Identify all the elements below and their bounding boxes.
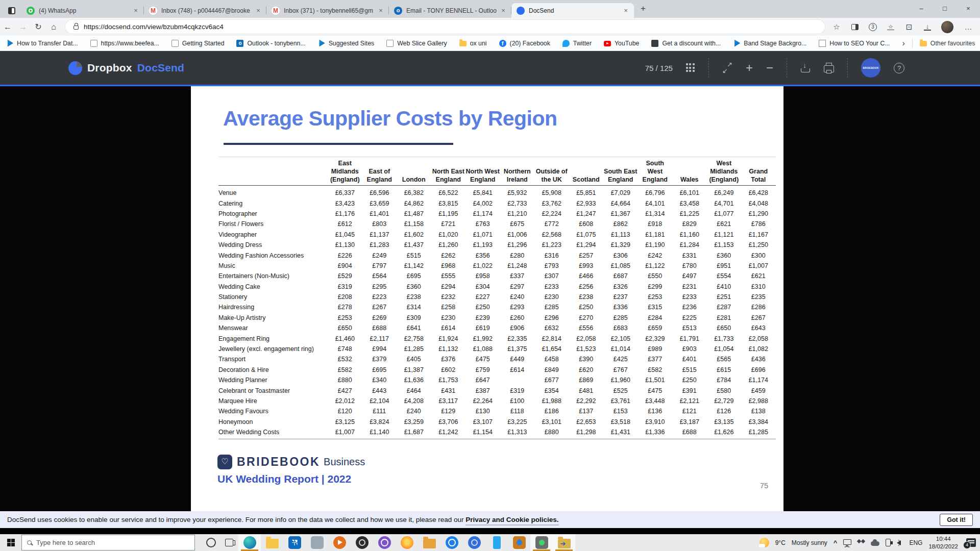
favorite-star-icon[interactable]: ☆	[832, 22, 841, 32]
bookmark-5[interactable]: Suggested Sites	[318, 40, 375, 47]
cortana-icon[interactable]	[206, 538, 216, 547]
column-header: East Midlands (England)	[328, 159, 362, 184]
table-cell: £641	[397, 324, 431, 332]
fullscreen-icon[interactable]	[722, 63, 732, 73]
collections-icon[interactable]: 3	[869, 23, 877, 31]
column-header: Scotland	[569, 176, 604, 184]
table-cell: £1,298	[569, 429, 604, 436]
taskbar-app-viber[interactable]	[373, 534, 396, 551]
display-tray-icon[interactable]	[843, 539, 851, 545]
taskbar-app-microsoft-store[interactable]	[283, 534, 306, 551]
tab-3[interactable]: Inbox (371) - tonybennell65@gm×	[266, 3, 389, 18]
table-cell: £2,105	[603, 335, 638, 342]
close-button[interactable]: ×	[957, 0, 980, 18]
tab-close-icon[interactable]: ×	[132, 7, 140, 15]
zoom-in-button[interactable]: +	[746, 63, 753, 73]
account-avatar[interactable]: BRIDEBOOK	[861, 58, 880, 78]
phone-tray-icon[interactable]	[886, 539, 891, 546]
taskbar-app-firefox[interactable]	[396, 534, 418, 551]
outlook-favicon	[394, 7, 402, 15]
bookmark-13[interactable]: How to SEO Your C...	[819, 40, 890, 47]
maximize-button[interactable]: □	[933, 0, 957, 18]
bookmark-8[interactable]: (20) Facebook	[499, 40, 550, 47]
taskbar-app-drop-app[interactable]	[508, 534, 530, 551]
clock[interactable]: 10:4418/02/2022	[928, 535, 958, 550]
show-hidden-icons[interactable]: ^	[834, 539, 838, 546]
bridebook-brand: ♡ BRIDEBOOK Business	[217, 455, 365, 469]
favorites-bar-icon[interactable]: ☆	[887, 24, 894, 30]
taskbar-app-phone-app[interactable]	[485, 534, 508, 551]
tab-5[interactable]: DocSend×	[511, 3, 634, 18]
other-favourites-button[interactable]: Other favourites	[920, 40, 975, 47]
forward-button[interactable]: →	[15, 22, 31, 32]
column-header: Northern Ireland	[500, 167, 535, 184]
bookmark-12[interactable]: Band Stage Backgro...	[733, 40, 806, 47]
split-screen-icon[interactable]	[851, 24, 859, 30]
bookmark-2[interactable]: https://www.beefea...	[90, 40, 159, 47]
taskbar-app-file-explorer[interactable]	[261, 534, 283, 551]
tab-close-icon[interactable]: ×	[499, 7, 507, 15]
back-button[interactable]: ←	[0, 22, 15, 32]
bookmark-1[interactable]: How to Transfer Dat...	[6, 40, 78, 47]
file-explorer-icon	[266, 539, 279, 548]
start-button[interactable]	[0, 534, 21, 551]
table-cell: £3,259	[397, 418, 431, 425]
taskbar-app-folder-transfer[interactable]	[553, 534, 575, 551]
taskbar-app-cloud-app[interactable]	[440, 534, 463, 551]
address-bar[interactable]: https://docsend.com/view/bzubm4cqkzcv6ac…	[65, 20, 825, 34]
bookmark-7[interactable]: ox uni	[459, 40, 487, 47]
taskbar-app-media-player[interactable]	[328, 534, 351, 551]
volume-icon[interactable]	[897, 540, 901, 545]
home-button[interactable]: ⌂	[46, 22, 61, 32]
bookmark-6[interactable]: Web Slice Gallery	[386, 40, 447, 47]
tab-close-icon[interactable]: ×	[254, 7, 262, 15]
zoom-out-button[interactable]: −	[766, 63, 773, 73]
download-icon[interactable]	[800, 63, 811, 73]
downloads-icon[interactable]: ↓	[924, 23, 931, 31]
table-cell: £3,423	[328, 200, 362, 207]
bookmark-4[interactable]: Outlook - tonybenn...	[236, 40, 305, 47]
thumbnail-grid-icon[interactable]	[686, 63, 695, 72]
bookmark-9[interactable]: Twitter	[562, 40, 592, 47]
table-cell: £1,167	[741, 231, 776, 238]
tab-close-icon[interactable]: ×	[377, 7, 385, 15]
tab-2[interactable]: Inbox (748) - p0044467@brooke×	[144, 3, 266, 18]
tab-1[interactable]: (4) WhatsApp×	[21, 3, 144, 18]
privacy-policies-link[interactable]: Privacy and Cookie policies.	[465, 516, 558, 525]
url-text[interactable]: https://docsend.com/view/bzubm4cqkzcv6ac…	[84, 23, 224, 31]
docsend-logo[interactable]: Dropbox DocSend	[68, 61, 184, 75]
tab-search-button[interactable]	[4, 4, 19, 18]
table-cell: £269	[362, 314, 397, 321]
bookmark-10[interactable]: YouTube	[604, 40, 639, 47]
got-it-button[interactable]: Got it!	[940, 514, 973, 526]
taskbar-search[interactable]: Type here to search	[21, 535, 195, 550]
notification-center-icon[interactable]	[966, 538, 976, 547]
taskbar-app-edge[interactable]	[238, 534, 261, 551]
onedrive-tray-icon[interactable]	[871, 541, 879, 546]
more-menu-icon[interactable]: …	[964, 22, 973, 31]
new-tab-button[interactable]: +	[636, 2, 650, 16]
extensions-icon[interactable]: ⊡	[904, 22, 914, 32]
weather-desc[interactable]: Mostly sunny	[792, 539, 827, 546]
bookmark-11[interactable]: Get a discount with...	[651, 40, 721, 47]
table-cell: £458	[534, 356, 569, 363]
taskbar-app-user-wizard[interactable]	[306, 534, 328, 551]
print-icon[interactable]	[824, 65, 834, 72]
language-indicator[interactable]: ENG	[909, 539, 922, 546]
weather-icon[interactable]	[760, 538, 769, 547]
taskbar-app-folder-app[interactable]	[418, 534, 440, 551]
bookmarks-chevron-icon[interactable]: ›	[902, 39, 905, 48]
taskbar-app-swirl-app[interactable]	[463, 534, 485, 551]
tab-close-icon[interactable]: ×	[622, 7, 630, 15]
refresh-button[interactable]: ↻	[31, 22, 46, 32]
task-view-icon[interactable]	[225, 539, 233, 546]
minimize-button[interactable]: –	[910, 0, 933, 18]
bookmark-3[interactable]: Getting Started	[172, 40, 225, 47]
weather-temp[interactable]: 9°C	[775, 539, 786, 546]
taskbar-app-whatsapp[interactable]	[530, 534, 553, 551]
help-icon[interactable]: ?	[894, 63, 904, 73]
tab-4[interactable]: Email - TONY BENNELL - Outloo×	[389, 3, 511, 18]
taskbar-app-music-record[interactable]	[351, 534, 373, 551]
dropbox-tray-icon[interactable]	[857, 539, 865, 546]
profile-avatar[interactable]	[941, 21, 953, 33]
